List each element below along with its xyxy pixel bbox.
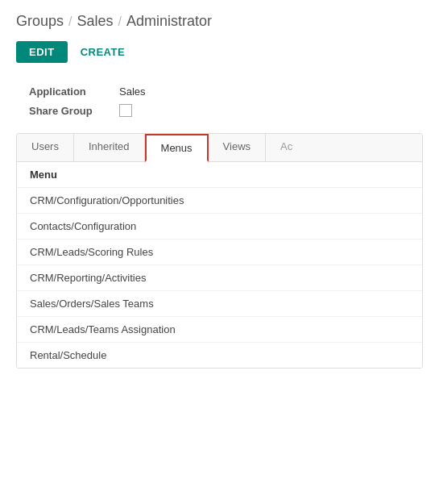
list-item[interactable]: Sales/Orders/Sales Teams (17, 291, 422, 317)
list-item[interactable]: Rental/Schedule (17, 343, 422, 368)
table-header: Menu (17, 162, 422, 187)
breadcrumb: Groups / Sales / Administrator (16, 13, 423, 30)
application-label: Application (29, 85, 110, 98)
breadcrumb-sep-1: / (68, 15, 72, 29)
form-fields: Application Sales Share Group (16, 82, 423, 120)
breadcrumb-sep-2: / (118, 15, 122, 29)
toolbar: EDIT CReatE (16, 41, 423, 63)
breadcrumb-administrator[interactable]: Administrator (126, 13, 212, 30)
edit-button[interactable]: EDIT (16, 41, 68, 63)
tab-menus[interactable]: Menus (145, 134, 209, 162)
list-item[interactable]: CRM/Configuration/Opportunities (17, 188, 422, 214)
header: Groups / Sales / Administrator EDIT CRea… (0, 0, 439, 69)
tab-views[interactable]: Views (209, 134, 266, 161)
create-button[interactable]: CReatE (68, 41, 138, 63)
list-item[interactable]: CRM/Leads/Teams Assignation (17, 317, 422, 343)
menu-column-header: Menu (30, 169, 57, 181)
tabs-header: Users Inherited Menus Views Ac (17, 134, 422, 162)
tab-ac[interactable]: Ac (266, 134, 298, 161)
share-group-row: Share Group (29, 101, 423, 120)
share-group-checkbox[interactable] (119, 104, 132, 117)
tabs-container: Users Inherited Menus Views Ac Menu CRM/… (16, 133, 423, 369)
menu-list: CRM/Configuration/Opportunities Contacts… (17, 187, 422, 368)
tab-users[interactable]: Users (17, 134, 74, 161)
application-value: Sales (119, 85, 146, 98)
share-group-label: Share Group (29, 105, 110, 117)
list-item[interactable]: CRM/Reporting/Activities (17, 265, 422, 291)
tab-content-menus: Menu CRM/Configuration/Opportunities Con… (17, 162, 422, 368)
breadcrumb-groups[interactable]: Groups (16, 13, 64, 30)
list-item[interactable]: Contacts/Configuration (17, 214, 422, 240)
list-item[interactable]: CRM/Leads/Scoring Rules (17, 240, 422, 265)
content-area: Application Sales Share Group Users Inhe… (0, 69, 439, 381)
application-row: Application Sales (29, 82, 423, 101)
tab-inherited[interactable]: Inherited (74, 134, 145, 161)
breadcrumb-sales[interactable]: Sales (77, 13, 113, 30)
